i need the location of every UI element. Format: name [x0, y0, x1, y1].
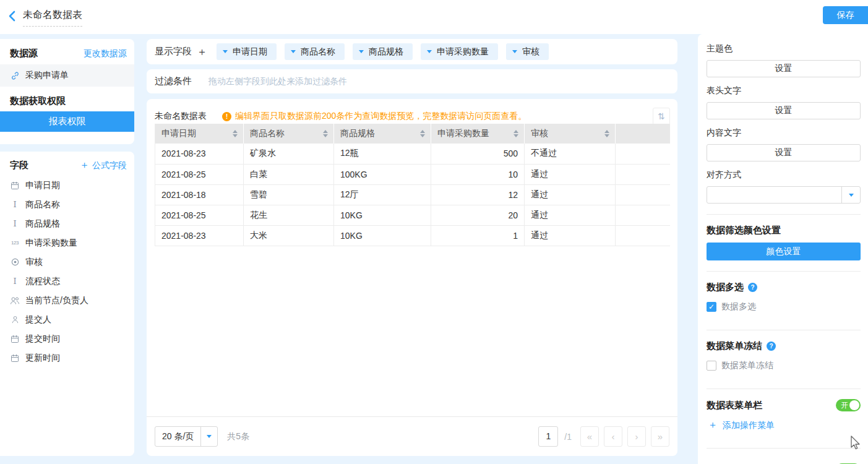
field-item[interactable]: 申请日期 [10, 176, 129, 195]
theme-color-set-button[interactable]: 设置 [707, 60, 861, 77]
theme-color-label: 主题色 [707, 43, 861, 54]
column-header: 申请日期 [155, 124, 244, 144]
chevron-down-icon [512, 50, 517, 53]
table-cell: 2021-08-18 [155, 184, 244, 205]
table-cell: 500 [431, 144, 525, 164]
back-button[interactable] [8, 8, 22, 24]
sort-toggle[interactable] [233, 130, 238, 137]
pagination-bar: 20 条/页 共5条 1 /1 «‹›» [147, 416, 677, 456]
table-cell: 2021-08-23 [155, 144, 244, 164]
table-cell: 10KG [334, 225, 431, 246]
display-field-chip[interactable]: 申请采购数量 [421, 43, 498, 60]
last-page-button[interactable]: » [651, 426, 669, 447]
number-icon: 123 [10, 240, 20, 246]
field-item[interactable]: 更新时间 [10, 348, 129, 367]
content-text-label: 内容文字 [707, 127, 861, 139]
color-settings-button[interactable]: 颜色设置 [707, 243, 861, 260]
next-page-button[interactable]: › [627, 426, 646, 447]
report-permission-button[interactable]: 报表权限 [0, 111, 134, 132]
field-label: 提交时间 [25, 333, 60, 345]
first-page-button[interactable]: « [580, 426, 599, 447]
display-field-chip[interactable]: 申请日期 [217, 43, 277, 60]
table-row: 2021-08-18雪碧12厅12通过 [155, 184, 671, 205]
display-field-chip[interactable]: 商品规格 [353, 43, 413, 60]
column-label: 商品名称 [250, 128, 285, 138]
table-menu-toggle[interactable]: 开 [836, 399, 861, 411]
datasource-section-title: 数据源 [10, 48, 38, 59]
field-item[interactable]: 审核 [10, 252, 129, 272]
multi-select-checkbox[interactable]: ✓ [707, 302, 716, 312]
field-item[interactable]: 提交人 [10, 310, 129, 329]
chevron-down-icon [200, 427, 217, 446]
toggle-on-label: 开 [841, 401, 848, 410]
field-item[interactable]: I商品规格 [10, 214, 129, 233]
column-header: 商品名称 [244, 124, 334, 144]
field-item[interactable]: I流程状态 [10, 272, 129, 291]
add-action-menu-link[interactable]: ＋ 添加操作菜单 [708, 419, 861, 432]
text-icon: I [10, 277, 20, 286]
sort-toggle[interactable] [420, 130, 425, 137]
page-title[interactable]: 未命名数据表 [23, 9, 82, 27]
alignment-label: 对齐方式 [707, 170, 861, 181]
header-text-set-button[interactable]: 设置 [707, 102, 861, 119]
table-row: 2021-08-25花生10KG20通过 [155, 205, 671, 225]
multi-select-option: ✓ 数据多选 [707, 301, 861, 312]
table-cell [616, 184, 671, 205]
column-header: 商品规格 [334, 124, 431, 144]
sort-toggle[interactable] [323, 130, 328, 137]
save-button[interactable]: 保存 [823, 6, 868, 24]
table-card: 未命名数据表 ! 编辑界面只取数据源前200条作为查询数据预览，完整数据请访问页… [147, 99, 677, 456]
field-label: 提交人 [25, 314, 51, 325]
help-icon[interactable]: ? [767, 342, 776, 351]
field-item[interactable]: 提交时间 [10, 329, 129, 348]
datasource-name: 采购申请单 [25, 70, 69, 81]
table-menu-title: 数据表菜单栏 [707, 400, 762, 411]
sort-order-button[interactable]: ⇅ [653, 108, 670, 125]
table-cell: 20 [431, 205, 525, 225]
page-size-select[interactable]: 20 条/页 [155, 426, 218, 447]
change-datasource-link[interactable]: 更改数据源 [84, 48, 127, 59]
filter-drop-area[interactable]: 拖动左侧字段到此处来添加过滤条件 [208, 76, 347, 87]
sort-toggle[interactable] [513, 130, 518, 137]
display-field-chip[interactable]: 商品名称 [285, 43, 345, 60]
field-label: 流程状态 [25, 276, 60, 287]
prev-page-button[interactable]: ‹ [604, 426, 622, 447]
column-label: 审核 [531, 128, 548, 138]
calendar-icon [10, 354, 20, 363]
page-total: /1 [564, 432, 572, 442]
table-cell: 不通过 [525, 144, 616, 164]
column-label: 申请日期 [161, 128, 196, 138]
table-cell: 2021-08-25 [155, 164, 244, 184]
display-fields-label: 显示字段 [155, 46, 192, 58]
column-header: 审核 [525, 124, 616, 144]
link-icon [10, 71, 20, 80]
add-formula-field-link[interactable]: ＋ 公式字段 [80, 159, 127, 172]
table-cell: 矿泉水 [244, 144, 334, 164]
display-field-chip[interactable]: 审核 [506, 43, 549, 60]
datasource-item[interactable]: 采购申请单 [0, 64, 134, 87]
preview-warning: ! 编辑界面只取数据源前200条作为查询数据预览，完整数据请访问页面查看。 [222, 111, 526, 122]
table-cell: 通过 [525, 184, 616, 205]
first-page-icon: « [587, 431, 592, 442]
total-count: 共5条 [227, 431, 249, 442]
add-display-field-button[interactable]: ＋ [197, 45, 207, 59]
chevron-left-icon [8, 11, 17, 22]
field-item[interactable]: 当前节点/负责人 [10, 291, 129, 310]
page-number-input[interactable]: 1 [538, 426, 558, 447]
permission-section-title: 数据获取权限 [10, 95, 66, 107]
column-header [616, 124, 671, 144]
help-icon[interactable]: ? [748, 283, 757, 292]
field-label: 申请日期 [25, 180, 60, 191]
divider [707, 330, 861, 330]
sort-toggle[interactable] [604, 130, 609, 137]
field-item[interactable]: 123申请采购数量 [10, 233, 129, 252]
field-item[interactable]: I商品名称 [10, 195, 129, 214]
table-cell: 1 [431, 225, 525, 246]
content-text-set-button[interactable]: 设置 [707, 144, 861, 161]
people-icon [10, 296, 20, 305]
table-title: 未命名数据表 [155, 111, 207, 122]
menu-freeze-checkbox[interactable] [707, 361, 716, 371]
table-cell: 2021-08-23 [155, 225, 244, 246]
alignment-select[interactable] [707, 186, 861, 204]
style-settings-panel: 主题色 设置 表头文字 设置 内容文字 设置 对齐方式 数据筛选颜色设置 颜色设… [698, 34, 868, 464]
